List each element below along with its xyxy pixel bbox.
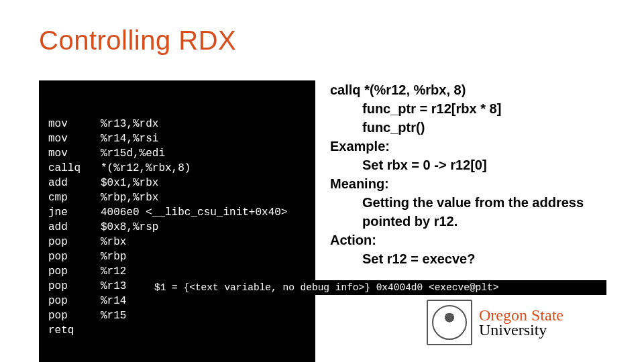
asm-op: pop [48, 264, 101, 279]
asm-op: pop [48, 249, 101, 264]
note-line: func_ptr = r12[rbx * 8] [330, 99, 625, 118]
note-line: Getting the value from the address [330, 193, 625, 212]
gdb-output: $1 = {<text variable, no debug info>} 0x… [150, 280, 606, 295]
asm-row: jne4006e0 <__libc_csu_init+0x40> [48, 205, 287, 220]
asm-row: mov%r13,%rdx [48, 117, 287, 131]
asm-row: mov%r14,%rsi [48, 131, 287, 146]
asm-row: add$0x1,%rbx [48, 176, 287, 190]
note-line: Meaning: [330, 174, 625, 193]
asm-op: mov [48, 131, 101, 146]
asm-row: cmp%rbp,%rbx [48, 190, 287, 205]
logo-line-2: University [479, 322, 564, 338]
asm-args: %r15 [101, 308, 287, 323]
asm-args [101, 323, 287, 338]
asm-op: callq [48, 161, 101, 176]
asm-row: pop%r14 [48, 294, 287, 308]
note-line: Set rbx = 0 -> r12[0] [330, 156, 625, 174]
note-line: Action: [330, 231, 625, 249]
asm-args: 4006e0 <__libc_csu_init+0x40> [101, 205, 287, 220]
osu-seal-icon [427, 300, 472, 345]
osu-logo: Oregon State University [427, 296, 608, 349]
asm-row: retq [48, 323, 287, 338]
asm-args: %r14,%rsi [101, 131, 287, 146]
asm-op: pop [48, 235, 101, 249]
asm-op: mov [48, 117, 101, 131]
osu-logo-text: Oregon State University [479, 307, 564, 338]
asm-args: *(%r12,%rbx,8) [101, 161, 287, 176]
note-line: Example: [330, 137, 625, 156]
asm-args: $0x1,%rbx [101, 176, 287, 190]
asm-args: %rbp [101, 249, 287, 264]
asm-row: pop%rbp [48, 249, 287, 264]
asm-op: retq [48, 323, 101, 338]
explanation-notes: callq *(%r12, %rbx, 8) func_ptr = r12[rb… [330, 80, 625, 268]
asm-op: pop [48, 308, 101, 323]
note-line: func_ptr() [330, 118, 625, 137]
asm-op: jne [48, 205, 101, 220]
asm-op: pop [48, 279, 101, 294]
asm-args: %rbp,%rbx [101, 190, 287, 205]
asm-row: add$0x8,%rsp [48, 220, 287, 235]
asm-args: %r13,%rdx [101, 117, 287, 131]
note-line: callq *(%r12, %rbx, 8) [330, 80, 625, 99]
note-line: pointed by r12. [330, 212, 625, 231]
asm-op: add [48, 176, 101, 190]
slide: Controlling RDX mov%r13,%rdxmov%r14,%rsi… [0, 0, 644, 362]
asm-op: cmp [48, 190, 101, 205]
asm-args: %r15d,%edi [101, 146, 287, 161]
asm-args: %r12 [101, 264, 287, 279]
asm-row: callq*(%r12,%rbx,8) [48, 161, 287, 176]
asm-op: add [48, 220, 101, 235]
asm-args: %rbx [101, 235, 287, 249]
asm-row: mov%r15d,%edi [48, 146, 287, 161]
asm-row: pop%r15 [48, 308, 287, 323]
asm-row: pop%r12 [48, 264, 287, 279]
asm-op: mov [48, 146, 101, 161]
slide-title: Controlling RDX [39, 25, 236, 56]
assembly-listing: mov%r13,%rdxmov%r14,%rsimov%r15d,%edical… [39, 80, 315, 362]
asm-args: $0x8,%rsp [101, 220, 287, 235]
asm-args: %r14 [101, 294, 287, 308]
note-line: Set r12 = execve? [330, 249, 625, 268]
asm-op: pop [48, 294, 101, 308]
asm-row: pop%rbx [48, 235, 287, 249]
